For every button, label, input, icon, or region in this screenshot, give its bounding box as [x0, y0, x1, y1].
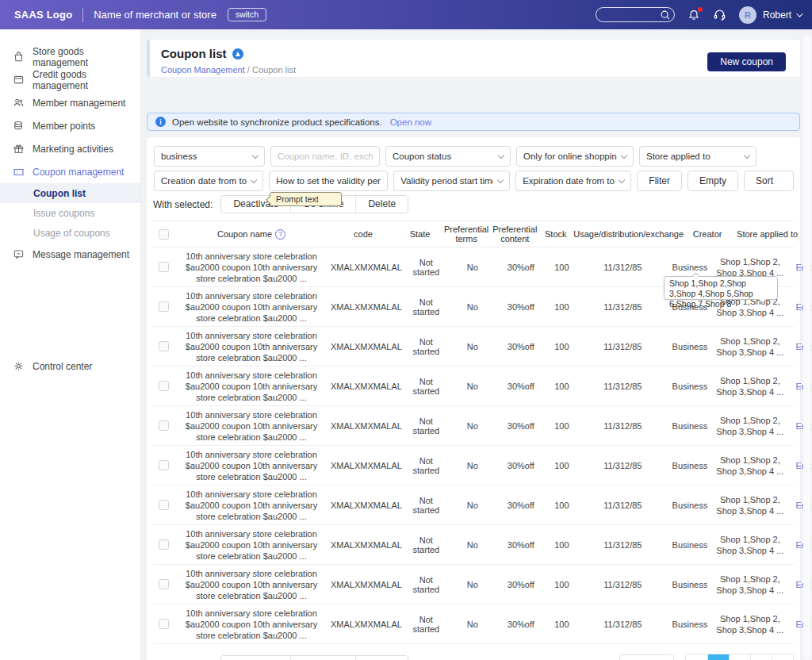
sidebar-item-usage-of-coupons[interactable]: Usage of coupons: [0, 223, 140, 243]
coupon-search-input[interactable]: [270, 146, 380, 167]
row-checkbox[interactable]: [159, 500, 169, 510]
preferential-content-cell: 30%off: [496, 461, 546, 470]
sidebar-item-credit-goods[interactable]: Credit goods management: [0, 68, 140, 91]
prev-page-button[interactable]: <: [686, 654, 707, 660]
empty-button[interactable]: Empty: [688, 171, 738, 191]
online-shopping-select[interactable]: Only for online shopping: [516, 146, 634, 167]
state-cell: Not started: [404, 337, 449, 356]
row-checkbox[interactable]: [159, 301, 169, 312]
coupon-status-select[interactable]: Coupon status: [385, 146, 511, 167]
deactivate-button[interactable]: Deactivate: [221, 656, 290, 660]
row-checkbox[interactable]: [159, 341, 169, 351]
breadcrumb-current: Coupon list: [252, 65, 296, 75]
table-row: 10th anniversary store celebration $au20…: [153, 446, 794, 485]
expiration-date-select[interactable]: Expiration date from to: [515, 171, 631, 191]
page-size-select[interactable]: 20 strip: [619, 654, 674, 660]
preferential-terms-cell: No: [449, 580, 496, 589]
stock-cell: 100: [546, 421, 578, 431]
sidebar-item-label: Member points: [33, 121, 95, 132]
code-cell: XMALXMXMALAL: [329, 342, 404, 351]
state-cell: Not started: [404, 456, 449, 475]
row-checkbox[interactable]: [159, 381, 169, 391]
coupon-name-cell: 10th anniversary store celebration $au20…: [175, 608, 327, 641]
chevron-down-icon: [619, 176, 625, 182]
row-checkbox[interactable]: [159, 619, 169, 629]
bulk-button-group-bottom: Deactivate Go online Delete: [220, 655, 408, 660]
switch-button[interactable]: switch: [228, 8, 266, 21]
preferential-terms-cell: No: [449, 421, 496, 431]
go-online-button[interactable]: Go online: [290, 656, 355, 660]
row-checkbox[interactable]: [159, 579, 169, 589]
with-selected-label: With selected:: [153, 199, 213, 210]
help-question-icon[interactable]: ?: [275, 229, 285, 240]
row-checkbox[interactable]: [159, 539, 169, 550]
sidebar-item-issue-coupons[interactable]: Issue coupons: [0, 203, 140, 223]
store-applied-cell: Shop 1,Shop 2, Shop 3,Shop 4 ...: [714, 336, 787, 358]
sidebar-item-control-center[interactable]: Control center: [0, 355, 140, 378]
stock-cell: 100: [546, 620, 578, 629]
header-search[interactable]: [596, 7, 675, 22]
breadcrumb-section[interactable]: Coupon Management: [161, 65, 245, 75]
preferential-content-cell: 30%off: [496, 501, 546, 510]
store-applied-select[interactable]: Store applied to: [639, 146, 756, 167]
preferential-content-cell: 30%off: [496, 382, 546, 391]
select-all-checkbox[interactable]: [159, 229, 169, 240]
search-icon: [660, 10, 671, 21]
row-checkbox[interactable]: [159, 420, 169, 431]
search-input[interactable]: [596, 10, 660, 20]
next-page-button[interactable]: >: [772, 654, 793, 660]
code-cell: XMALXMXMALAL: [329, 501, 404, 510]
business-select[interactable]: business: [154, 146, 265, 167]
sidebar-item-member-management[interactable]: Member management: [0, 91, 140, 114]
validity-start-select[interactable]: Validity period start time f...: [393, 171, 510, 191]
validity-method-input[interactable]: How to set the validity period: [269, 171, 388, 191]
row-checkbox[interactable]: [159, 460, 169, 470]
stock-cell: 100: [546, 540, 578, 550]
sidebar-item-marketing-activities[interactable]: Marketing activities: [0, 137, 140, 160]
sidebar-item-label: Control center: [33, 361, 92, 372]
row-checkbox[interactable]: [159, 262, 169, 272]
user-menu[interactable]: R Robert: [739, 6, 801, 24]
sort-button[interactable]: Sort: [744, 171, 794, 191]
code-cell: XMALXMXMALAL: [329, 620, 404, 629]
table-row: 10th anniversary store celebration $au20…: [153, 485, 794, 525]
sidebar-item-coupon-management[interactable]: Coupon management: [0, 160, 140, 183]
creation-date-select[interactable]: Creation date from to: [154, 171, 263, 191]
state-cell: Not started: [404, 297, 449, 317]
store-applied-cell: Shop 1,Shop 2, Shop 3,Shop 4 ...: [714, 574, 787, 596]
stock-cell: 100: [546, 263, 578, 272]
filter-button[interactable]: Fliter: [637, 171, 682, 191]
banner-message: Open website to synchronize product spec…: [172, 117, 382, 127]
code-cell: XMALXMXMALAL: [329, 302, 404, 312]
preferential-content-cell: 30%off: [496, 540, 546, 550]
notification-dot: [698, 7, 703, 12]
notification-bell-icon[interactable]: [688, 9, 700, 21]
page-button-2[interactable]: 2: [729, 654, 750, 660]
state-cell: Not started: [404, 535, 449, 554]
header-divider: [82, 8, 83, 22]
scrollbar[interactable]: [803, 36, 810, 660]
store-list-tooltip: Shop 1,Shop 2,Shop 3,Shop 4,Shop 5,Shop …: [664, 276, 778, 300]
user-avatar: R: [739, 6, 756, 24]
support-headset-icon[interactable]: [713, 8, 726, 21]
sidebar-item-member-points[interactable]: Member points: [0, 114, 140, 137]
new-coupon-button[interactable]: New coupon: [707, 52, 786, 71]
coupon-search-field[interactable]: [278, 152, 373, 161]
info-icon: i: [155, 117, 166, 127]
sidebar-item-message-management[interactable]: Message management: [0, 243, 140, 266]
coupon-name-cell: 10th anniversary store celebration $au20…: [175, 330, 327, 363]
delete-button[interactable]: Delete: [355, 196, 408, 213]
page-button-3[interactable]: 3: [750, 654, 772, 660]
creator-cell: Business: [668, 580, 712, 589]
store-applied-cell: Shop 1,Shop 2, Shop 3,Shop 4 ...: [714, 455, 787, 477]
coins-icon: [13, 120, 25, 132]
sidebar-item-store-goods[interactable]: Store goods management: [0, 45, 140, 68]
sidebar-item-coupon-list[interactable]: Coupon list: [0, 183, 140, 203]
delete-button[interactable]: Delete: [355, 656, 408, 660]
open-now-link[interactable]: Open now: [390, 117, 431, 127]
page-button-1[interactable]: 1: [707, 654, 729, 660]
page-title-info-icon[interactable]: [232, 48, 243, 59]
table-row: 10th anniversary store celebration $au20…: [153, 565, 794, 604]
chevron-down-icon: [251, 176, 257, 182]
preferential-terms-cell: No: [449, 540, 496, 550]
